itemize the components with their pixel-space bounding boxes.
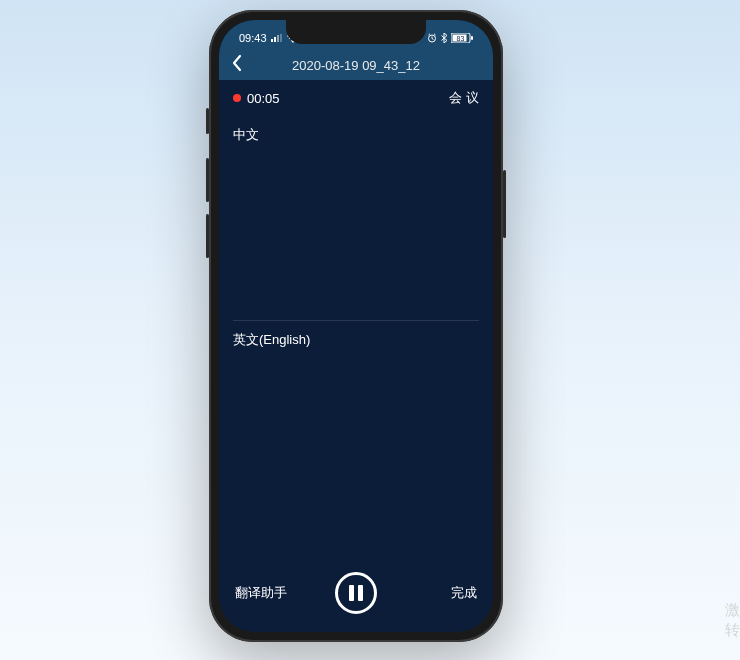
target-language-label: 英文(English) (233, 332, 310, 347)
pause-icon (349, 585, 363, 601)
phone-frame: 09:43 83 (209, 10, 503, 642)
bluetooth-icon (441, 33, 447, 43)
signal-icon (271, 34, 283, 42)
watermark-line2: 转 (725, 621, 740, 638)
power-button (503, 170, 506, 238)
status-time: 09:43 (239, 32, 267, 44)
recording-status: 00:05 (233, 91, 280, 106)
title-bar: 2020-08-19 09_43_12 (219, 50, 493, 80)
bottom-toolbar: 翻译助手 完成 (219, 564, 493, 632)
watermark-line1: 激 (725, 601, 740, 618)
recording-status-row: 00:05 会 议 (219, 80, 493, 116)
translate-assistant-button[interactable]: 翻译助手 (235, 584, 287, 602)
svg-rect-3 (280, 34, 282, 42)
source-language-section: 中文 (233, 116, 479, 321)
record-indicator-icon (233, 94, 241, 102)
mute-switch (206, 108, 209, 134)
volume-up-button (206, 158, 209, 202)
svg-rect-1 (274, 37, 276, 42)
back-button[interactable] (231, 54, 242, 76)
volume-down-button (206, 214, 209, 258)
pause-button[interactable] (335, 572, 377, 614)
recording-elapsed: 00:05 (247, 91, 280, 106)
target-language-section: 英文(English) (219, 321, 493, 355)
alarm-icon (427, 33, 437, 43)
page-title: 2020-08-19 09_43_12 (292, 58, 420, 73)
status-right: 83 (427, 33, 473, 43)
finish-button[interactable]: 完成 (451, 584, 477, 602)
phone-screen: 09:43 83 (219, 20, 493, 632)
phone-notch (286, 20, 426, 44)
svg-text:83: 83 (457, 35, 465, 42)
battery-icon: 83 (451, 33, 473, 43)
svg-rect-2 (277, 35, 279, 42)
recording-type-button[interactable]: 会 议 (449, 89, 479, 107)
svg-rect-0 (271, 39, 273, 42)
activation-watermark: 激 转 (725, 600, 740, 640)
source-language-label: 中文 (233, 127, 259, 142)
svg-rect-7 (471, 36, 473, 40)
